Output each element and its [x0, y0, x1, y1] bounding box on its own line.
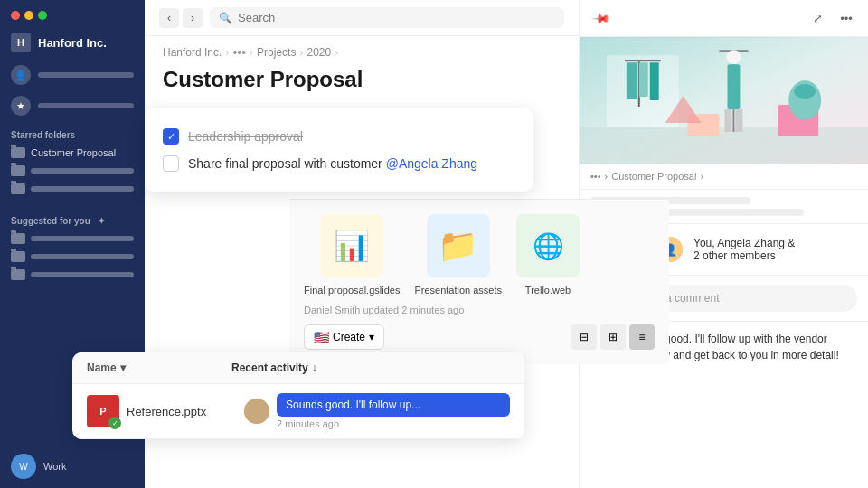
table-view-button[interactable]: ⊟ [571, 324, 597, 350]
view-icons: ⊟ ⊞ ≡ [571, 324, 655, 350]
breadcrumb-sep-3: › [299, 46, 303, 59]
file-ppt-icon: P ✓ [87, 395, 119, 427]
files-grid: 📊 Final proposal.gslides 📁 Presentation … [304, 214, 655, 296]
breadcrumb-dots[interactable]: ••• [232, 45, 246, 60]
folder-bar-4 [31, 236, 134, 241]
check-icon: ✓ [167, 131, 175, 143]
file-name-2: Trello.web [525, 285, 571, 296]
svg-point-10 [726, 50, 741, 64]
panel-breadcrumb-item[interactable]: Customer Proposal [611, 171, 696, 182]
search-icon: 🔍 [219, 12, 232, 24]
breadcrumb: Hanford Inc. › ••• › Projects › 2020 › [145, 36, 579, 63]
folder-label-1: Customer Proposal [31, 147, 116, 158]
folder-icon-2 [11, 165, 25, 176]
folder-bar-3 [31, 186, 134, 192]
page-title: Customer Proposal [145, 63, 579, 107]
sidebar-folder-1[interactable]: Customer Proposal [0, 144, 145, 162]
files-section: 📊 Final proposal.gslides 📁 Presentation … [289, 199, 669, 364]
activity-time: 2 minutes ago [277, 418, 510, 429]
activity-preview: Sounds good. I'll follow up... [277, 393, 510, 417]
org-name-row[interactable]: H Hanford Inc. [0, 29, 145, 60]
members-text-line2: 2 other members [693, 249, 795, 262]
svg-rect-12 [724, 109, 731, 132]
expand-button[interactable]: ⤢ [807, 7, 828, 29]
sidebar-folder-3[interactable] [0, 180, 145, 198]
nav-icon-2: ★ [11, 96, 31, 116]
sidebar-folder-2[interactable] [0, 162, 145, 180]
flag-icon: 🇺🇸 [314, 330, 329, 344]
folder-bar-6 [31, 272, 134, 277]
checkbox-checked-1[interactable]: ✓ [163, 128, 179, 145]
file-name-0: Final proposal.gslides [304, 285, 400, 296]
members-text-block: You, Angela Zhang & 2 other members [693, 237, 795, 262]
file-item-2[interactable]: 🌐 Trello.web [516, 214, 580, 296]
svg-point-16 [794, 84, 816, 99]
minimize-dot[interactable] [24, 11, 33, 20]
breadcrumb-projects[interactable]: Projects [257, 46, 296, 59]
file-item-0[interactable]: 📊 Final proposal.gslides [304, 214, 400, 296]
col-activity-header[interactable]: Recent activity ↓ [231, 361, 317, 374]
file-name-1: Presentation assets [414, 285, 502, 296]
sort-down-icon: ↓ [312, 361, 317, 374]
org-name: Hanford Inc. [38, 36, 107, 50]
folder-icon-3 [11, 183, 25, 194]
svg-rect-6 [639, 62, 648, 97]
svg-rect-3 [625, 60, 661, 61]
sidebar-folder-4[interactable] [0, 230, 145, 248]
search-input[interactable] [238, 11, 555, 24]
sidebar-bar-2 [38, 103, 134, 108]
panel-preview-image [580, 37, 868, 164]
file-list-header: Name ▾ Recent activity ↓ [72, 352, 524, 384]
table-row[interactable]: P ✓ Reference.pptx Sounds good. I'll fol… [72, 384, 524, 439]
nav-arrows: ‹ › [159, 8, 203, 28]
sidebar-user[interactable]: W Work [11, 454, 66, 479]
file-thumb-slides: 📊 [320, 214, 383, 277]
file-item-1[interactable]: 📁 Presentation assets [414, 214, 502, 296]
sidebar-bar-1 [38, 72, 134, 78]
checklist-card: ✓ Leadership approval Share final propos… [145, 108, 533, 192]
checkbox-unchecked-2[interactable] [163, 155, 179, 172]
more-options-button[interactable]: ••• [835, 7, 857, 29]
panel-breadcrumb-dots: ••• [590, 171, 601, 182]
nav-icon-1: 👤 [11, 65, 31, 85]
file-list-name: Reference.pptx [127, 405, 244, 418]
forward-button[interactable]: › [183, 8, 203, 28]
members-text-line1: You, Angela Zhang & [693, 237, 795, 249]
list-view-button[interactable]: ≡ [629, 324, 655, 350]
file-thumb-folder: 📁 [427, 214, 490, 277]
close-dot[interactable] [11, 11, 20, 20]
pin-button[interactable]: 📌 [586, 3, 617, 33]
folder-bar-2 [31, 168, 134, 174]
sidebar-folder-5[interactable] [0, 248, 145, 266]
sidebar-folder-6[interactable] [0, 266, 145, 284]
breadcrumb-sep-4: › [335, 46, 338, 59]
folder-icon-1 [11, 147, 25, 158]
sidebar-nav-row-2: ★ [0, 90, 145, 121]
folder-icon-5 [11, 251, 25, 262]
checklist-text-2: Share final proposal with customer @Ange… [188, 156, 477, 171]
back-button[interactable]: ‹ [159, 8, 179, 28]
sidebar-nav-row-1: 👤 [0, 60, 145, 90]
org-icon: H [11, 33, 31, 52]
avatar: W [11, 454, 36, 479]
grid-view-button[interactable]: ⊞ [600, 324, 626, 350]
search-bar[interactable]: 🔍 [210, 7, 564, 28]
files-toolbar: 🇺🇸 Create ▾ ⊟ ⊞ ≡ [304, 324, 655, 350]
create-button[interactable]: 🇺🇸 Create ▾ [304, 324, 384, 350]
folder-icon-6 [11, 269, 25, 280]
svg-rect-5 [627, 62, 637, 99]
file-list-section: Name ▾ Recent activity ↓ P ✓ Reference.p… [72, 352, 524, 439]
breadcrumb-sep-1: › [225, 46, 229, 59]
svg-rect-7 [650, 62, 659, 100]
user-name: Work [43, 461, 66, 472]
mention-link[interactable]: @Angela Zhang [386, 156, 477, 171]
create-label: Create [333, 331, 365, 343]
col-name-header[interactable]: Name ▾ [87, 361, 231, 374]
fullscreen-dot[interactable] [38, 11, 47, 20]
starred-label: Starred folders [0, 121, 145, 144]
folder-icon-4 [11, 233, 25, 244]
breadcrumb-org[interactable]: Hanford Inc. [163, 46, 222, 59]
breadcrumb-year[interactable]: 2020 [307, 46, 331, 59]
checklist-item-1: ✓ Leadership approval [163, 123, 515, 150]
preview-art [580, 37, 868, 164]
